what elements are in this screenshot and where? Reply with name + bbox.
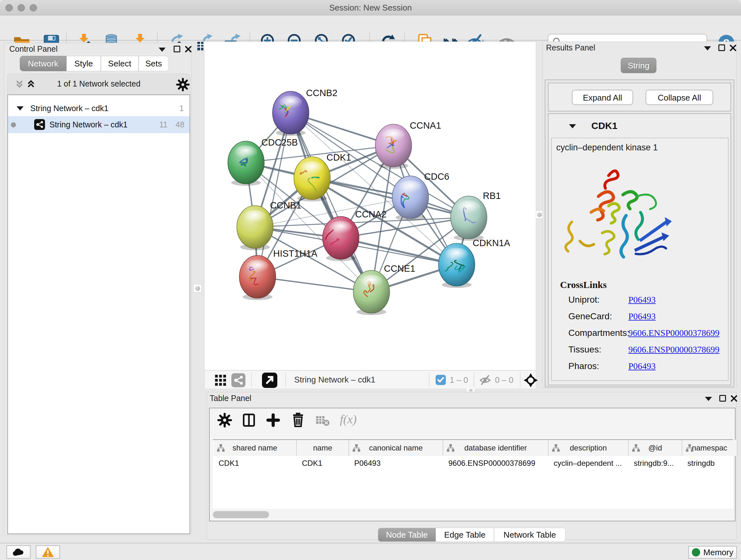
tab-string[interactable]: String: [621, 58, 657, 73]
left-splitter-handle[interactable]: [193, 284, 202, 293]
table-cell[interactable]: stringdb: [682, 456, 738, 471]
hidden-eye-slash-icon[interactable]: [479, 374, 492, 387]
memory-status-dot-icon: [692, 548, 700, 557]
add-column-icon[interactable]: [266, 413, 280, 428]
network-edge[interactable]: [291, 113, 372, 292]
table-cell[interactable]: stringdb:9...: [629, 456, 682, 471]
cloud-status-button[interactable]: [6, 545, 30, 559]
control-panel: Control Panel NetworkStyleSelectSets 1 o…: [4, 43, 192, 535]
tab-select[interactable]: Select: [101, 56, 138, 71]
table-row[interactable]: CDK1CDK1P064939606.ENSP00000378699cyclin…: [213, 456, 733, 471]
network-options-gear-icon[interactable]: [176, 78, 190, 91]
node-label: CCNA1: [410, 120, 441, 131]
network-node-ccna1[interactable]: CCNA1: [375, 120, 441, 169]
node-table: shared namenamecanonical namedatabase id…: [213, 439, 733, 470]
hidden-count: 0 – 0: [495, 375, 514, 385]
network-node-cdkn1a[interactable]: CDKN1A: [439, 238, 510, 288]
warning-status-button[interactable]: [36, 545, 60, 559]
table-empty-area: [213, 470, 733, 509]
node-result-body: cyclin–dependent kinase 1: [551, 138, 729, 381]
crosslink-value-link[interactable]: P06493: [628, 361, 656, 371]
window-title: Session: New Session: [0, 0, 741, 15]
panel-float-icon[interactable]: [719, 395, 726, 401]
result-gene-name: CDK1: [591, 120, 617, 131]
network-node-rb1[interactable]: RB1: [451, 191, 501, 241]
birdseye-toggle-icon[interactable]: [262, 373, 277, 388]
node-label: RB1: [483, 191, 501, 201]
table-settings-gear-icon[interactable]: [217, 413, 232, 428]
column-header-canonical-name[interactable]: canonical name: [349, 440, 443, 456]
tab-node-table[interactable]: Node Table: [378, 528, 436, 542]
column-header-name[interactable]: name: [297, 440, 349, 456]
column-type-tree-icon: [552, 444, 560, 452]
tab-style[interactable]: Style: [66, 56, 101, 71]
network-view: CCNB2CCNA1CDC25BCDK1CDC6RB1CCNB1CCNA2CDK…: [204, 42, 536, 388]
status-bar: Memory: [0, 543, 741, 560]
titlebar: Session: New Session: [0, 0, 741, 15]
crosslink-value-link[interactable]: P06493: [628, 295, 656, 305]
panel-close-icon[interactable]: [729, 44, 737, 52]
column-header-database-identifier[interactable]: database identifier: [443, 440, 549, 456]
table-cell[interactable]: cyclin–dependent ...: [549, 456, 629, 471]
table-cell[interactable]: 9606.ENSP00000378699: [443, 456, 549, 471]
table-panel-title: Table Panel: [210, 394, 252, 403]
panel-menu-caret-icon[interactable]: [705, 397, 712, 401]
column-header--id[interactable]: @id: [629, 440, 682, 456]
crosslink-label: GeneCard:: [568, 311, 612, 321]
tab-network[interactable]: Network: [20, 56, 66, 71]
selected-checkbox-icon[interactable]: [435, 375, 446, 385]
panel-float-icon[interactable]: [174, 46, 180, 52]
column-type-tree-icon: [217, 444, 225, 452]
tab-network-table[interactable]: Network Table: [494, 528, 565, 542]
expand-all-button[interactable]: Expand All: [572, 90, 633, 105]
network-view-toolbar: String Network – cdk1 1 – 0 0 – 0: [205, 370, 536, 388]
crosshair-icon[interactable]: [524, 373, 538, 387]
column-header-shared-name[interactable]: shared name: [213, 440, 297, 456]
column-header-description[interactable]: description: [549, 440, 629, 456]
node-label: CDC6: [424, 172, 449, 182]
crosslink-value-link[interactable]: P06493: [628, 311, 656, 321]
panel-menu-caret-icon[interactable]: [704, 46, 711, 51]
node-label: CDKN1A: [473, 238, 510, 248]
column-header-namespac[interactable]: namespac: [682, 440, 738, 456]
horizontal-scrollbar[interactable]: [213, 511, 269, 518]
panel-float-icon[interactable]: [718, 44, 725, 51]
memory-label: Memory: [703, 548, 733, 557]
network-tree-root-row[interactable]: String Network – cdk1 1: [8, 101, 190, 116]
network-tree-child-row[interactable]: String Network – cdk1 11 48: [8, 116, 190, 133]
panel-close-icon[interactable]: [730, 395, 738, 402]
network-node-cdc25b[interactable]: CDC25B: [228, 137, 298, 186]
crosslink-value-link[interactable]: 9606.ENSP00000378699: [628, 345, 719, 355]
selected-count: 1 – 0: [450, 375, 468, 385]
table-cell[interactable]: P06493: [349, 456, 443, 471]
network-selection-bar: 1 of 1 Network selected: [7, 74, 190, 95]
table-cell[interactable]: CDK1: [213, 456, 297, 471]
memory-button[interactable]: Memory: [688, 546, 737, 559]
panel-menu-caret-icon[interactable]: [158, 48, 165, 52]
table-panel: Table Panel f(x) shared namenamecanonica…: [207, 392, 737, 540]
node-result-section: CDK1 cyclin–dependent kinase 1: [548, 113, 731, 385]
tree-expand-caret-icon[interactable]: [17, 106, 23, 111]
tab-edge-table[interactable]: Edge Table: [435, 528, 494, 542]
crosslink-value-link[interactable]: 9606.ENSP00000378699: [628, 328, 719, 338]
section-collapse-caret-icon[interactable]: [569, 124, 576, 128]
network-node-cdk1[interactable]: CDK1: [294, 152, 351, 201]
network-canvas[interactable]: CCNB2CCNA1CDC25BCDK1CDC6RB1CCNB1CCNA2CDK…: [205, 42, 536, 370]
column-header-label: name: [313, 443, 332, 452]
grid-view-icon[interactable]: [214, 374, 227, 387]
network-node-cdc6[interactable]: CDC6: [392, 172, 449, 221]
network-node-ccnb2[interactable]: CCNB2: [273, 88, 337, 136]
tab-sets[interactable]: Sets: [138, 56, 169, 71]
column-manager-icon[interactable]: [242, 413, 256, 428]
column-type-tree-icon: [352, 444, 360, 452]
table-cell[interactable]: CDK1: [297, 456, 349, 471]
column-type-tree-icon: [447, 444, 455, 452]
panel-close-icon[interactable]: [185, 45, 192, 53]
crosslink-row: Uniprot:P06493: [568, 295, 722, 305]
delete-column-icon[interactable]: [290, 412, 306, 428]
collapse-all-button[interactable]: Collapse All: [646, 90, 713, 105]
bottom-splitter-handle[interactable]: [466, 388, 475, 392]
expand-collapse-section: Expand All Collapse All: [548, 83, 731, 111]
network-node-hist1h1a[interactable]: HIST1H1A: [239, 248, 318, 300]
share-view-icon[interactable]: [231, 373, 246, 387]
